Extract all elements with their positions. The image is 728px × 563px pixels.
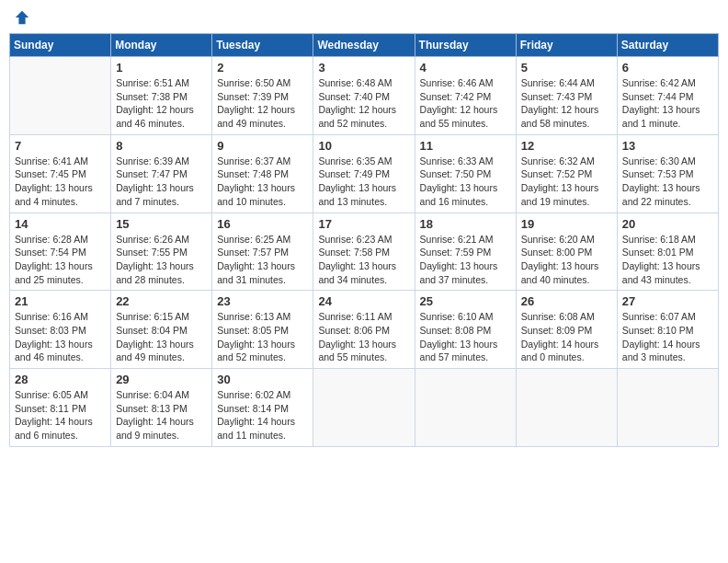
day-info: Sunrise: 6:20 AM Sunset: 8:00 PM Dayligh… (521, 233, 612, 287)
calendar-day-cell: 2Sunrise: 6:50 AM Sunset: 7:39 PM Daylig… (212, 57, 313, 135)
calendar-day-cell: 12Sunrise: 6:32 AM Sunset: 7:52 PM Dayli… (516, 134, 617, 213)
day-info: Sunrise: 6:04 AM Sunset: 8:13 PM Dayligh… (116, 388, 207, 442)
calendar-day-cell: 7Sunrise: 6:41 AM Sunset: 7:45 PM Daylig… (10, 134, 111, 213)
calendar-day-cell (415, 369, 516, 447)
day-info: Sunrise: 6:23 AM Sunset: 7:58 PM Dayligh… (318, 233, 409, 287)
day-info: Sunrise: 6:30 AM Sunset: 7:53 PM Dayligh… (622, 155, 713, 209)
day-info: Sunrise: 6:10 AM Sunset: 8:08 PM Dayligh… (420, 310, 511, 364)
day-info: Sunrise: 6:26 AM Sunset: 7:55 PM Dayligh… (116, 233, 207, 287)
day-number: 2 (217, 61, 308, 75)
day-info: Sunrise: 6:15 AM Sunset: 8:04 PM Dayligh… (116, 310, 207, 364)
calendar-day-cell: 10Sunrise: 6:35 AM Sunset: 7:49 PM Dayli… (313, 134, 415, 213)
calendar-day-cell: 22Sunrise: 6:15 AM Sunset: 8:04 PM Dayli… (111, 291, 212, 369)
day-number: 8 (116, 139, 207, 153)
day-info: Sunrise: 6:02 AM Sunset: 8:14 PM Dayligh… (217, 388, 308, 442)
calendar-day-cell: 28Sunrise: 6:05 AM Sunset: 8:11 PM Dayli… (10, 369, 111, 447)
day-number: 11 (420, 139, 511, 153)
day-info: Sunrise: 6:48 AM Sunset: 7:40 PM Dayligh… (318, 76, 409, 131)
day-number: 6 (622, 61, 713, 75)
day-info: Sunrise: 6:28 AM Sunset: 7:54 PM Dayligh… (15, 233, 106, 287)
day-of-week-header: Sunday (10, 34, 111, 57)
svg-marker-0 (16, 11, 28, 24)
day-info: Sunrise: 6:33 AM Sunset: 7:50 PM Dayligh… (420, 155, 511, 209)
day-number: 12 (521, 139, 612, 153)
day-number: 27 (622, 294, 713, 308)
calendar-day-cell (516, 369, 617, 447)
calendar-day-cell: 18Sunrise: 6:21 AM Sunset: 7:59 PM Dayli… (415, 213, 516, 291)
calendar-day-cell (10, 57, 111, 135)
calendar-week-row: 28Sunrise: 6:05 AM Sunset: 8:11 PM Dayli… (10, 369, 719, 447)
logo (13, 9, 30, 26)
page-header (9, 9, 719, 26)
calendar-day-cell: 16Sunrise: 6:25 AM Sunset: 7:57 PM Dayli… (212, 213, 313, 291)
day-number: 18 (420, 217, 511, 231)
day-info: Sunrise: 6:05 AM Sunset: 8:11 PM Dayligh… (15, 388, 106, 442)
day-info: Sunrise: 6:32 AM Sunset: 7:52 PM Dayligh… (521, 155, 612, 209)
calendar-week-row: 7Sunrise: 6:41 AM Sunset: 7:45 PM Daylig… (10, 134, 719, 213)
day-number: 1 (116, 61, 207, 75)
calendar-day-cell: 21Sunrise: 6:16 AM Sunset: 8:03 PM Dayli… (10, 291, 111, 369)
day-of-week-header: Saturday (617, 34, 718, 57)
calendar-day-cell: 1Sunrise: 6:51 AM Sunset: 7:38 PM Daylig… (111, 57, 212, 135)
day-info: Sunrise: 6:44 AM Sunset: 7:43 PM Dayligh… (521, 76, 612, 131)
calendar-week-row: 21Sunrise: 6:16 AM Sunset: 8:03 PM Dayli… (10, 291, 719, 369)
day-number: 22 (116, 294, 207, 308)
day-info: Sunrise: 6:08 AM Sunset: 8:09 PM Dayligh… (521, 310, 612, 364)
day-info: Sunrise: 6:11 AM Sunset: 8:06 PM Dayligh… (318, 310, 409, 364)
calendar-day-cell: 17Sunrise: 6:23 AM Sunset: 7:58 PM Dayli… (313, 213, 415, 291)
calendar-day-cell: 5Sunrise: 6:44 AM Sunset: 7:43 PM Daylig… (516, 57, 617, 135)
day-number: 10 (318, 139, 409, 153)
day-info: Sunrise: 6:42 AM Sunset: 7:44 PM Dayligh… (622, 76, 713, 131)
calendar-day-cell: 20Sunrise: 6:18 AM Sunset: 8:01 PM Dayli… (617, 213, 718, 291)
day-of-week-header: Monday (111, 34, 212, 57)
day-number: 9 (217, 139, 308, 153)
calendar-day-cell: 27Sunrise: 6:07 AM Sunset: 8:10 PM Dayli… (617, 291, 718, 369)
calendar-week-row: 14Sunrise: 6:28 AM Sunset: 7:54 PM Dayli… (10, 213, 719, 291)
day-number: 19 (521, 217, 612, 231)
day-info: Sunrise: 6:41 AM Sunset: 7:45 PM Dayligh… (15, 155, 106, 209)
calendar-day-cell: 4Sunrise: 6:46 AM Sunset: 7:42 PM Daylig… (415, 57, 516, 135)
day-of-week-header: Friday (516, 34, 617, 57)
calendar-day-cell: 13Sunrise: 6:30 AM Sunset: 7:53 PM Dayli… (617, 134, 718, 213)
day-number: 3 (318, 61, 409, 75)
calendar-day-cell: 19Sunrise: 6:20 AM Sunset: 8:00 PM Dayli… (516, 213, 617, 291)
day-info: Sunrise: 6:25 AM Sunset: 7:57 PM Dayligh… (217, 233, 308, 287)
day-number: 4 (420, 61, 511, 75)
day-number: 17 (318, 217, 409, 231)
calendar-day-cell: 14Sunrise: 6:28 AM Sunset: 7:54 PM Dayli… (10, 213, 111, 291)
day-info: Sunrise: 6:18 AM Sunset: 8:01 PM Dayligh… (622, 233, 713, 287)
day-number: 15 (116, 217, 207, 231)
day-info: Sunrise: 6:37 AM Sunset: 7:48 PM Dayligh… (217, 155, 308, 209)
calendar-table: SundayMondayTuesdayWednesdayThursdayFrid… (9, 33, 719, 447)
day-number: 14 (15, 217, 106, 231)
day-info: Sunrise: 6:21 AM Sunset: 7:59 PM Dayligh… (420, 233, 511, 287)
day-info: Sunrise: 6:13 AM Sunset: 8:05 PM Dayligh… (217, 310, 308, 364)
day-number: 24 (318, 294, 409, 308)
calendar-day-cell: 24Sunrise: 6:11 AM Sunset: 8:06 PM Dayli… (313, 291, 415, 369)
day-number: 29 (116, 373, 207, 386)
day-number: 16 (217, 217, 308, 231)
day-number: 23 (217, 294, 308, 308)
day-info: Sunrise: 6:39 AM Sunset: 7:47 PM Dayligh… (116, 155, 207, 209)
calendar-day-cell: 26Sunrise: 6:08 AM Sunset: 8:09 PM Dayli… (516, 291, 617, 369)
day-info: Sunrise: 6:51 AM Sunset: 7:38 PM Dayligh… (116, 76, 207, 131)
calendar-day-cell: 3Sunrise: 6:48 AM Sunset: 7:40 PM Daylig… (313, 57, 415, 135)
calendar-day-cell: 30Sunrise: 6:02 AM Sunset: 8:14 PM Dayli… (212, 369, 313, 447)
day-number: 5 (521, 61, 612, 75)
day-number: 20 (622, 217, 713, 231)
calendar-day-cell: 8Sunrise: 6:39 AM Sunset: 7:47 PM Daylig… (111, 134, 212, 213)
day-of-week-header: Tuesday (212, 34, 313, 57)
day-number: 28 (15, 373, 106, 386)
calendar-day-cell: 15Sunrise: 6:26 AM Sunset: 7:55 PM Dayli… (111, 213, 212, 291)
day-number: 21 (15, 294, 106, 308)
calendar-day-cell (617, 369, 718, 447)
logo-icon (14, 9, 30, 26)
calendar-day-cell: 23Sunrise: 6:13 AM Sunset: 8:05 PM Dayli… (212, 291, 313, 369)
calendar-day-cell (313, 369, 415, 447)
calendar-week-row: 1Sunrise: 6:51 AM Sunset: 7:38 PM Daylig… (10, 57, 719, 135)
day-number: 13 (622, 139, 713, 153)
day-number: 26 (521, 294, 612, 308)
calendar-day-cell: 29Sunrise: 6:04 AM Sunset: 8:13 PM Dayli… (111, 369, 212, 447)
day-info: Sunrise: 6:07 AM Sunset: 8:10 PM Dayligh… (622, 310, 713, 364)
day-of-week-header: Wednesday (313, 34, 415, 57)
